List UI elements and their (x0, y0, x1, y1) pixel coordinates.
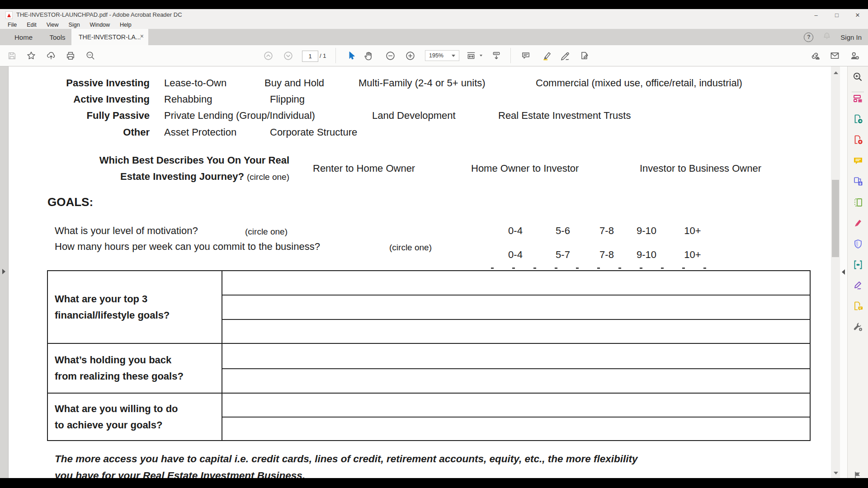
scale-value: 7-8 (599, 225, 614, 237)
goals-heading: GOALS: (47, 196, 93, 208)
scale-value: 0-4 (508, 225, 523, 237)
help-icon[interactable]: ? (804, 33, 813, 42)
investing-option: Lease-to-Own (164, 77, 226, 89)
comment-tool-icon[interactable] (852, 155, 863, 166)
table-row-line (222, 295, 810, 296)
toolbar-separator (510, 48, 511, 63)
zoom-in-icon[interactable] (405, 50, 415, 61)
scale-value: 5-6 (556, 225, 570, 237)
table-row-line (222, 417, 810, 418)
scroll-down-icon[interactable] (834, 472, 838, 474)
investing-option: Flipping (270, 94, 305, 105)
zoom-level-value: 195% (429, 52, 443, 59)
tab-home[interactable]: Home (6, 29, 41, 45)
combine-files-icon[interactable] (852, 175, 863, 187)
right-panel-expand-icon[interactable] (842, 269, 845, 275)
left-panel-expand-icon[interactable] (2, 269, 5, 274)
title-bar: THE-INVESTOR-LAUNCHPAD.pdf - Adobe Acrob… (0, 9, 868, 21)
investing-option: Land Development (372, 110, 456, 122)
tab-close-icon[interactable]: × (140, 33, 144, 39)
tab-tools[interactable]: Tools (42, 29, 73, 45)
compress-pdf-icon[interactable] (852, 259, 863, 270)
zoom-level-dropdown[interactable]: 195% (425, 50, 459, 61)
fill-and-sign-icon[interactable] (852, 280, 863, 291)
minimize-button[interactable]: – (806, 9, 826, 21)
zoom-out-icon[interactable] (385, 50, 396, 61)
journey-question-line2: Estate Investing Journey? (circle one) (47, 171, 289, 183)
circle-one-note: (circle one) (247, 172, 289, 182)
export-pdf-icon[interactable] (852, 113, 863, 124)
page-number-input[interactable] (302, 51, 318, 62)
circle-one-note: (circle one) (245, 226, 288, 238)
search-icon[interactable] (852, 71, 863, 83)
goals-table: What are your top 3 financial/lifestyle … (47, 270, 811, 441)
investing-option: Asset Protection (164, 127, 236, 138)
footnote-line1: The more access you have to capital i.e.… (55, 453, 638, 465)
organize-pages-icon[interactable] (852, 197, 863, 208)
page-total-label: / 1 (320, 52, 326, 59)
highlight-tool-icon[interactable] (852, 217, 863, 228)
fit-width-icon[interactable] (466, 50, 476, 61)
menu-file[interactable]: File (3, 22, 22, 28)
tab-document[interactable]: THE-INVESTOR-LA... × (71, 29, 148, 45)
sign-pen-icon[interactable] (560, 50, 571, 61)
comment-icon[interactable] (520, 50, 531, 61)
fit-width-chevron-icon[interactable] (480, 55, 482, 56)
hours-question: How many hours per week can you commit t… (55, 241, 320, 253)
toolbar-separator (335, 48, 336, 63)
stamp-edit-icon[interactable] (579, 50, 590, 61)
row-label: Fully Passive (47, 110, 150, 122)
scrollbar-thumb[interactable] (832, 180, 839, 257)
investing-option: Multi-Family (2-4 or 5+ units) (359, 77, 486, 89)
vertical-scrollbar[interactable] (831, 66, 840, 478)
find-icon[interactable] (85, 50, 96, 61)
hand-tool-icon[interactable] (363, 50, 374, 61)
maximize-button[interactable]: □ (826, 9, 847, 21)
menu-help[interactable]: Help (115, 22, 137, 28)
protect-shield-icon[interactable] (852, 238, 863, 249)
save-icon[interactable] (6, 50, 17, 61)
close-button[interactable]: ✕ (847, 9, 868, 21)
scale-value: 10+ (684, 225, 701, 237)
cloud-upload-icon[interactable] (46, 50, 57, 61)
next-page-icon[interactable] (283, 50, 293, 61)
create-pdf-icon[interactable] (852, 134, 863, 145)
scale-value: 5-7 (556, 249, 570, 261)
favorites-star-icon[interactable] (26, 50, 37, 61)
request-signatures-icon[interactable] (852, 300, 863, 311)
tools-sidebar (847, 66, 868, 478)
tab-document-label: THE-INVESTOR-LA... (79, 33, 141, 41)
sidebar-divider (852, 92, 864, 92)
menu-sign[interactable]: Sign (64, 22, 85, 28)
reading-mode-icon[interactable] (491, 50, 502, 61)
menu-view[interactable]: View (42, 22, 64, 28)
scale-value: 9-10 (637, 225, 656, 237)
more-tools-wrench-icon[interactable] (852, 321, 863, 332)
select-tool-icon[interactable] (346, 50, 357, 61)
menu-edit[interactable]: Edit (22, 22, 42, 28)
journey-option: Renter to Home Owner (313, 163, 415, 174)
investing-option: Private Lending (Group/Individual) (164, 110, 315, 122)
notifications-bell-icon[interactable] (822, 32, 831, 42)
window-title: THE-INVESTOR-LAUNCHPAD.pdf - Adobe Acrob… (16, 11, 182, 18)
scroll-up-icon[interactable] (834, 71, 838, 74)
table-row-line (222, 368, 810, 369)
send-for-signature-icon[interactable] (849, 50, 860, 61)
tab-bar: Home Tools THE-INVESTOR-LA... × ? Sign I… (0, 29, 868, 45)
previous-page-icon[interactable] (263, 50, 274, 61)
letterbox-top (0, 0, 868, 9)
chevron-down-icon (452, 55, 455, 57)
sign-in-button[interactable]: Sign In (840, 33, 862, 41)
menu-window[interactable]: Window (85, 22, 115, 28)
circle-one-note: (circle one) (389, 242, 432, 253)
scale-value: 9-10 (637, 249, 656, 261)
table-label: What are your top 3 financial/lifestyle … (48, 271, 222, 343)
email-icon[interactable] (829, 50, 840, 61)
investing-option: Corporate Structure (270, 127, 357, 138)
organize-panels-icon[interactable] (852, 93, 863, 104)
highlight-icon[interactable] (542, 50, 552, 61)
table-column-divider (222, 271, 222, 440)
scale-value: 0-4 (508, 249, 523, 261)
print-icon[interactable] (65, 50, 76, 61)
share-link-icon[interactable] (809, 50, 820, 61)
